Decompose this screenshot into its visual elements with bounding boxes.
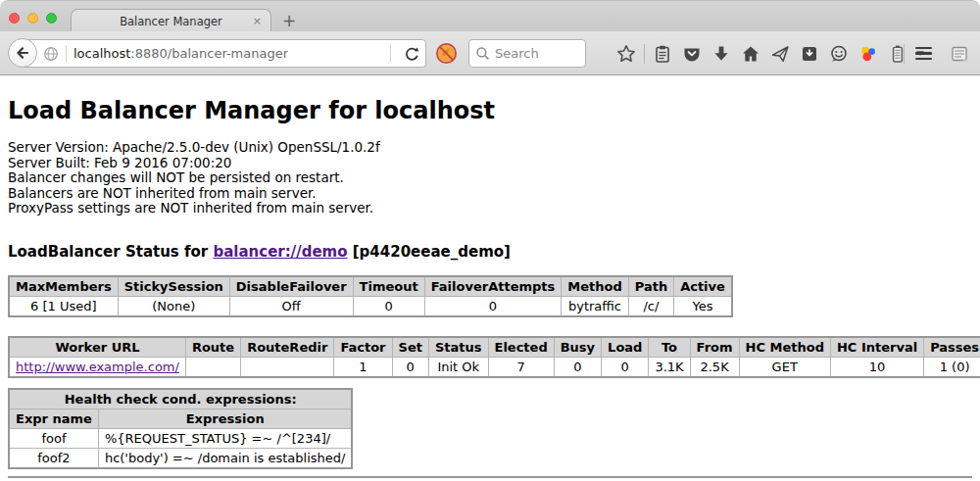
- window-close-button[interactable]: [9, 13, 20, 24]
- urlbar-separator: [390, 45, 391, 63]
- table-row: 6 [1 Used](None)Off00bytraffic/c/Yes: [9, 296, 732, 316]
- table-row: http://www.example.com/10Init Ok7003.1K2…: [9, 357, 980, 377]
- status-prefix: LoadBalancer Status for: [8, 243, 213, 261]
- table-cell: /c/: [628, 296, 673, 316]
- browser-tab[interactable]: Balancer Manager ×: [71, 9, 271, 32]
- balancer-settings-table: MaxMembersStickySessionDisableFailoverTi…: [8, 275, 733, 317]
- paper-plane-icon[interactable]: [767, 39, 793, 68]
- table-cell: [241, 357, 334, 377]
- column-header: Active: [674, 276, 732, 297]
- window-minimize-button[interactable]: [27, 13, 38, 24]
- health-check-expressions-table: Health check cond. expressions:Expr name…: [8, 388, 353, 469]
- toolbar-separator: [904, 44, 905, 64]
- pocket-icon[interactable]: [679, 39, 705, 68]
- column-header: RouteRedir: [241, 337, 334, 358]
- tab-bar: Balancer Manager × +: [0, 0, 980, 31]
- page-divider: [8, 476, 972, 478]
- table-cell: 0: [392, 357, 428, 377]
- column-header: Worker URL: [9, 337, 185, 358]
- page-title: Load Balancer Manager for localhost: [8, 97, 972, 124]
- column-header: From: [690, 337, 739, 358]
- proxypass-notice-line: ProxyPass settings are NOT inherited fro…: [8, 201, 972, 216]
- table-cell: 10: [830, 357, 923, 377]
- table-cell: http://www.example.com/: [9, 357, 185, 377]
- server-built-line: Server Built: Feb 9 2016 07:00:20: [8, 156, 972, 171]
- worker-url-link[interactable]: http://www.example.com/: [16, 360, 179, 374]
- column-header: MaxMembers: [9, 276, 118, 297]
- table-cell: GET: [739, 357, 830, 377]
- bookmark-star-icon[interactable]: [613, 39, 639, 68]
- table-cell: hc('body') =~ /domain is established/: [98, 448, 352, 468]
- loadbalancer-status-heading: LoadBalancer Status for balancer://demo …: [8, 243, 972, 261]
- colored-dots-icon[interactable]: [856, 39, 881, 68]
- column-header: Status: [428, 337, 488, 358]
- persist-notice-line: Balancer changes will NOT be persisted o…: [8, 170, 972, 186]
- square-download-icon[interactable]: [797, 39, 822, 68]
- column-header: Passes: [924, 337, 980, 358]
- column-header: Factor: [334, 337, 392, 358]
- page-content: Load Balancer Manager for localhost Serv…: [0, 75, 980, 480]
- new-tab-button[interactable]: +: [278, 9, 300, 32]
- window-zoom-button[interactable]: [46, 13, 57, 24]
- table-cell: 0: [424, 296, 562, 316]
- status-suffix: [p4420eeae_demo]: [348, 243, 511, 261]
- home-icon[interactable]: [738, 39, 763, 68]
- reading-list-icon[interactable]: [650, 39, 675, 68]
- toolbar-separator: [644, 44, 645, 64]
- column-header: Path: [628, 276, 673, 297]
- table-cell: (None): [118, 296, 229, 316]
- toolbar-icon-strip: [613, 39, 926, 68]
- column-header: Set: [392, 337, 428, 358]
- browser-window: Balancer Manager × + localhost:8880/bala…: [0, 0, 980, 481]
- download-arrow-icon[interactable]: [709, 39, 734, 68]
- url-host: localhost: [74, 46, 130, 61]
- search-box[interactable]: [468, 39, 586, 68]
- search-icon: [475, 46, 490, 61]
- balancer-demo-link[interactable]: balancer://demo: [213, 243, 347, 261]
- balancers-notice-line: Balancers are NOT inherited from main se…: [8, 186, 972, 202]
- header-row: MaxMembersStickySessionDisableFailoverTi…: [9, 276, 732, 297]
- column-header: HC Method: [739, 337, 830, 358]
- server-info: Server Version: Apache/2.5.0-dev (Unix) …: [8, 140, 972, 216]
- table-cell: Yes: [674, 296, 732, 316]
- table-cell: foof2: [9, 448, 98, 468]
- address-text[interactable]: localhost:8880/balancer-manager: [74, 46, 288, 61]
- column-header: DisableFailover: [229, 276, 353, 297]
- column-header: Expr name: [9, 409, 98, 428]
- url-path: :8880/balancer-manager: [130, 46, 288, 61]
- table-row: foof2hc('body') =~ /domain is establishe…: [9, 448, 352, 468]
- worker-status-table: Worker URLRouteRouteRedirFactorSetStatus…: [8, 336, 980, 378]
- table-cell: foof: [9, 428, 98, 448]
- table-cell: %{REQUEST_STATUS} =~ /^[234]/: [98, 428, 352, 448]
- server-version-line: Server Version: Apache/2.5.0-dev (Unix) …: [8, 140, 972, 156]
- header-row: Expr nameExpression: [9, 409, 352, 428]
- tab-close-icon[interactable]: ×: [253, 15, 262, 27]
- column-header: Timeout: [353, 276, 424, 297]
- url-bar[interactable]: localhost:8880/balancer-manager: [23, 39, 426, 68]
- column-header: HC Interval: [830, 337, 923, 358]
- column-header: Expression: [98, 409, 352, 428]
- table-cell: 0: [554, 357, 601, 377]
- urlbar-separator: [66, 45, 67, 63]
- search-input[interactable]: [495, 46, 573, 61]
- table-cell: bytraffic: [562, 296, 628, 316]
- back-button[interactable]: [8, 38, 37, 68]
- column-header: FailoverAttempts: [424, 276, 562, 297]
- column-header: Busy: [554, 337, 601, 358]
- table-row: foof%{REQUEST_STATUS} =~ /^[234]/: [9, 428, 352, 448]
- window-controls: [9, 13, 57, 24]
- reload-button[interactable]: [398, 40, 425, 67]
- menu-icon[interactable]: [909, 39, 937, 68]
- smiley-chat-icon[interactable]: [826, 39, 852, 68]
- column-header: To: [649, 337, 690, 358]
- navigation-toolbar: localhost:8880/balancer-manager: [0, 31, 980, 75]
- table-cell: 7: [488, 357, 554, 377]
- column-header: Route: [185, 337, 240, 358]
- column-header: Load: [602, 337, 649, 358]
- column-header: Method: [562, 276, 628, 297]
- table-cell: 0: [602, 357, 649, 377]
- fireball-blocked-icon[interactable]: [435, 42, 458, 65]
- header-row: Worker URLRouteRouteRedirFactorSetStatus…: [9, 337, 980, 358]
- panel-grid-icon[interactable]: [947, 39, 972, 68]
- table-cell: 1: [334, 357, 392, 377]
